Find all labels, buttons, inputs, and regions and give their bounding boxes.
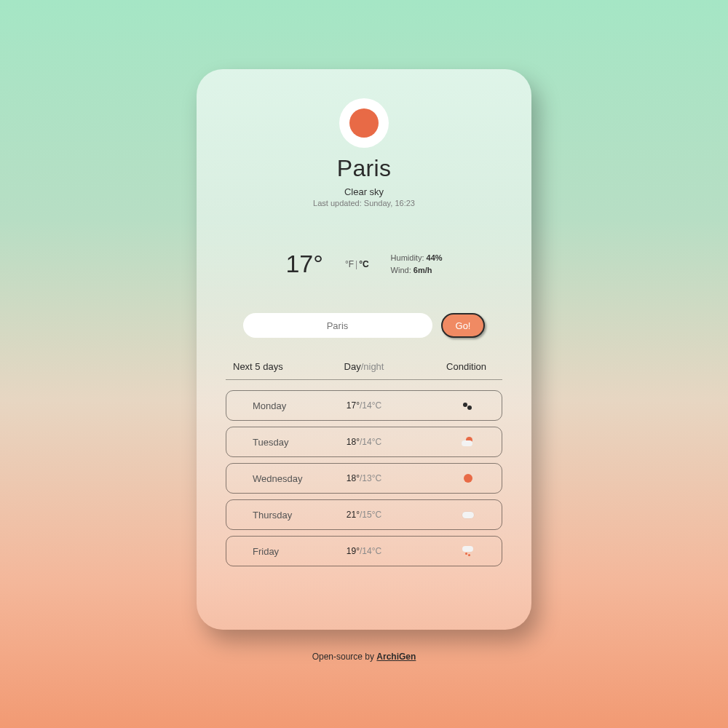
humidity-value: 44% — [427, 253, 443, 262]
weather-card: Paris Clear sky Last updated: Sunday, 16… — [197, 69, 531, 630]
humidity-label: Humidity: — [391, 253, 427, 262]
sunny-icon — [461, 473, 474, 483]
forecast-temp: 18°/14°C — [323, 437, 405, 447]
forecast-day: Thursday — [240, 510, 323, 521]
condition-text: Clear sky — [344, 186, 384, 197]
unit-fahrenheit[interactable]: °F — [345, 259, 354, 269]
forecast-row: Monday17°/14°C — [226, 390, 502, 421]
footer-link[interactable]: ArchiGen — [376, 652, 416, 662]
city-search-input[interactable] — [243, 313, 432, 338]
current-temp: 17° — [285, 250, 323, 278]
col-condition: Condition — [408, 361, 495, 372]
col-days: Next 5 days — [233, 361, 320, 372]
col-night-part: night — [363, 361, 384, 372]
forecast-row: Tuesday18°/14°C — [226, 427, 502, 457]
current-summary: 17° °F|°C Humidity: 44% Wind: 6m/h — [220, 250, 508, 278]
forecast-temp: 21°/15°C — [323, 510, 405, 520]
unit-toggle: °F|°C — [345, 259, 369, 269]
forecast-condition — [405, 437, 488, 447]
forecast-condition — [405, 510, 488, 520]
forecast-rows: Monday17°/14°CTuesday18°/14°CWednesday18… — [226, 390, 502, 566]
rain-icon — [461, 546, 474, 556]
forecast-day: Tuesday — [240, 437, 323, 448]
updated-value: Sunday, 16:23 — [364, 199, 415, 207]
wind-value: 6m/h — [414, 266, 432, 274]
forecast-day: Wednesday — [240, 473, 323, 484]
go-button[interactable]: Go! — [441, 313, 486, 338]
forecast-row: Friday19°/14°C — [226, 536, 502, 566]
cloud-icon — [461, 510, 474, 520]
last-updated: Last updated: Sunday, 16:23 — [313, 199, 415, 207]
search-row: Go! — [243, 313, 486, 338]
dark-icon — [461, 400, 474, 411]
col-daynight: Day/night — [320, 361, 408, 372]
unit-celsius[interactable]: °C — [359, 259, 368, 269]
forecast-temp: 19°/14°C — [323, 546, 405, 556]
forecast-condition — [405, 400, 488, 411]
sun-icon — [339, 98, 389, 148]
humidity-row: Humidity: 44% — [391, 252, 443, 264]
current-stats: Humidity: 44% Wind: 6m/h — [391, 252, 443, 276]
forecast-temp: 17°/14°C — [323, 400, 405, 411]
col-day-part: Day — [344, 361, 361, 372]
forecast-day: Friday — [240, 546, 323, 557]
forecast-row: Wednesday18°/13°C — [226, 463, 502, 494]
footer: Open-source by ArchiGen — [312, 652, 416, 662]
forecast-day: Monday — [240, 400, 323, 411]
forecast-condition — [405, 473, 488, 483]
forecast-condition — [405, 546, 488, 556]
forecast-temp: 18°/13°C — [323, 473, 405, 483]
wind-row: Wind: 6m/h — [391, 264, 443, 277]
updated-label: Last updated: — [313, 199, 364, 207]
city-name: Paris — [337, 155, 391, 182]
partly-icon — [461, 437, 474, 447]
forecast-row: Thursday21°/15°C — [226, 499, 502, 530]
footer-text: Open-source by — [312, 652, 374, 662]
sun-disc-icon — [349, 108, 379, 138]
wind-label: Wind: — [391, 266, 414, 274]
forecast-header: Next 5 days Day/night Condition — [226, 355, 502, 380]
